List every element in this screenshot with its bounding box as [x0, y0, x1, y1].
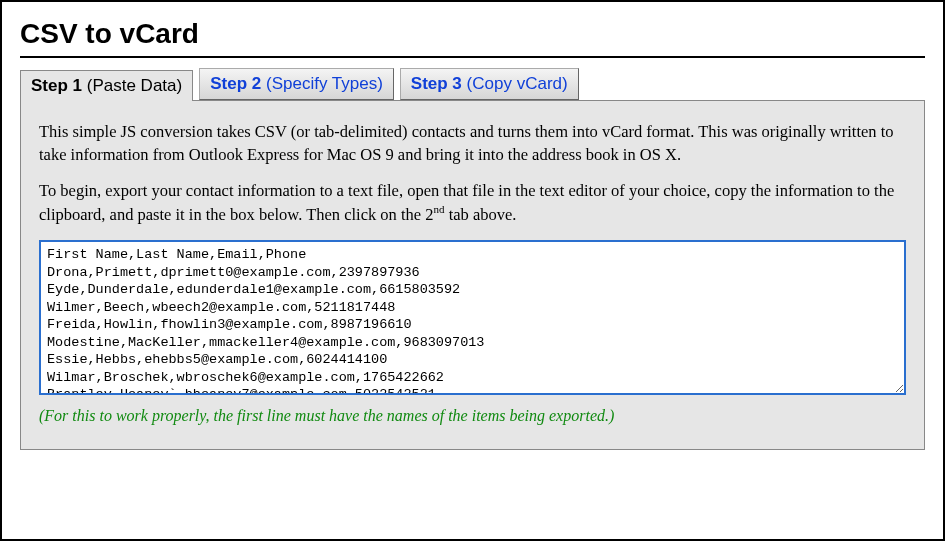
tab-step1-desc: (Paste Data)	[87, 76, 182, 95]
tab-step2[interactable]: Step 2 (Specify Types)	[199, 68, 394, 100]
tab-step3[interactable]: Step 3 (Copy vCard)	[400, 68, 579, 100]
header-rule	[20, 56, 925, 58]
page-title: CSV to vCard	[20, 18, 925, 50]
tab-bar: Step 1 (Paste Data) Step 2 (Specify Type…	[20, 68, 925, 100]
tab-step3-desc: (Copy vCard)	[467, 74, 568, 93]
intro-paragraph-2: To begin, export your contact informatio…	[39, 180, 906, 226]
app-frame: CSV to vCard Step 1 (Paste Data) Step 2 …	[0, 0, 945, 541]
tab-step1[interactable]: Step 1 (Paste Data)	[20, 70, 193, 101]
intro2-post: tab above.	[445, 205, 517, 224]
tab-step2-desc: (Specify Types)	[266, 74, 383, 93]
tab-step3-label: Step 3	[411, 74, 462, 93]
tab-step1-label: Step 1	[31, 76, 82, 95]
panel-step1: This simple JS conversion takes CSV (or …	[20, 100, 925, 450]
tab-step2-label: Step 2	[210, 74, 261, 93]
intro2-sup: nd	[434, 203, 445, 215]
hint-text: (For this to work properly, the first li…	[39, 407, 906, 425]
intro-paragraph-1: This simple JS conversion takes CSV (or …	[39, 121, 906, 166]
csv-input[interactable]	[39, 240, 906, 395]
